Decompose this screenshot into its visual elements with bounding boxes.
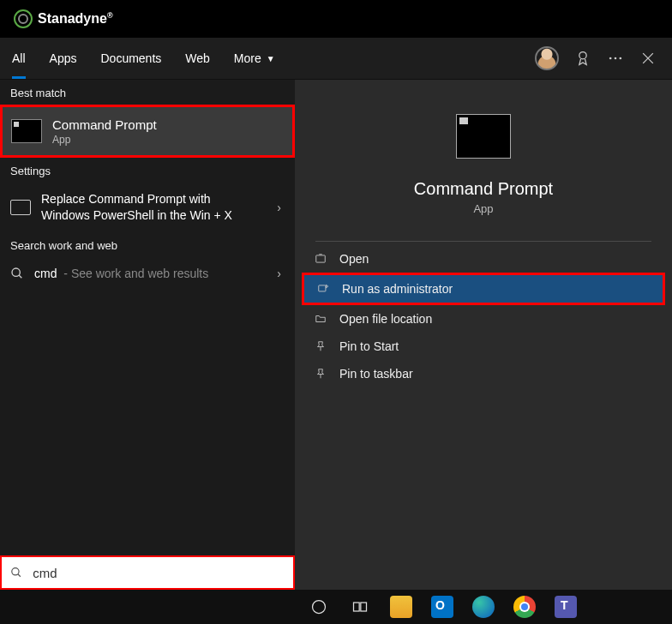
action-pin-to-start[interactable]: Pin to Start	[295, 333, 672, 360]
chevron-right-icon: ›	[277, 201, 281, 214]
action-pin-to-start-label: Pin to Start	[339, 339, 399, 353]
best-match-result[interactable]: Command Prompt App	[0, 105, 295, 158]
action-run-as-administrator-label: Run as administrator	[342, 282, 453, 296]
edge-icon[interactable]	[466, 590, 501, 624]
pin-icon	[314, 340, 327, 352]
svg-rect-6	[319, 285, 326, 291]
user-avatar[interactable]	[535, 46, 559, 70]
filter-tab-all[interactable]: All	[0, 38, 38, 79]
web-result-query: cmd	[34, 267, 57, 280]
file-explorer-icon[interactable]	[384, 590, 418, 624]
svg-point-0	[579, 52, 586, 59]
best-match-header: Best match	[0, 80, 295, 105]
action-open-label: Open	[339, 252, 369, 266]
chevron-right-icon: ›	[277, 267, 281, 280]
brand-logo-icon	[14, 9, 33, 28]
best-match-subtitle: App	[52, 134, 157, 146]
detail-column: Command Prompt App Open Run as administr…	[295, 80, 672, 591]
brand-name: Stanadyne®	[38, 11, 113, 27]
filter-tab-more-label: More	[234, 51, 261, 65]
svg-rect-5	[316, 255, 326, 262]
web-result-suffix: - See work and web results	[63, 267, 208, 280]
teams-icon[interactable]: T	[549, 590, 583, 624]
results-column: Best match Command Prompt App Settings R…	[0, 80, 295, 591]
settings-header: Settings	[0, 158, 295, 183]
filter-row: All Apps Documents Web More ▼	[0, 38, 672, 80]
open-icon	[314, 253, 327, 265]
brand-trademark: ®	[107, 11, 113, 20]
action-pin-to-taskbar[interactable]: Pin to taskbar	[295, 360, 672, 387]
search-icon	[10, 566, 22, 579]
detail-separator	[315, 241, 651, 242]
search-icon	[10, 267, 24, 280]
detail-header: Command Prompt App	[295, 80, 672, 231]
pin-icon	[314, 368, 327, 380]
search-bar[interactable]	[0, 555, 295, 590]
svg-point-8	[313, 601, 326, 614]
folder-icon	[314, 313, 327, 325]
more-options-icon[interactable]	[607, 50, 624, 67]
cortana-button[interactable]	[302, 590, 336, 624]
command-prompt-large-icon	[456, 114, 511, 159]
svg-point-2	[615, 57, 617, 60]
brand-bar: Stanadyne®	[0, 0, 672, 38]
best-match-title: Command Prompt	[52, 117, 157, 132]
svg-rect-10	[361, 603, 367, 611]
taskbar: O T	[0, 590, 672, 624]
svg-point-1	[609, 57, 612, 60]
search-web-header: Search work and web	[0, 232, 295, 257]
action-pin-to-taskbar-label: Pin to taskbar	[339, 367, 413, 381]
filter-tab-web[interactable]: Web	[173, 38, 222, 79]
web-result[interactable]: cmd - See work and web results ›	[0, 257, 295, 291]
filter-icons	[535, 46, 663, 70]
web-result-text: cmd - See work and web results	[34, 266, 208, 282]
detail-subtitle: App	[473, 202, 493, 215]
command-prompt-icon	[11, 119, 42, 143]
action-open-file-location-label: Open file location	[339, 312, 432, 326]
settings-result-text: Replace Command Prompt with Windows Powe…	[41, 191, 255, 224]
chrome-icon[interactable]	[507, 590, 542, 624]
svg-rect-9	[354, 603, 360, 611]
action-run-as-administrator[interactable]: Run as administrator	[302, 273, 665, 305]
filter-tab-more[interactable]: More ▼	[222, 38, 287, 79]
shield-icon	[316, 283, 330, 295]
task-view-button[interactable]	[343, 590, 377, 624]
filter-tab-documents[interactable]: Documents	[88, 38, 173, 79]
search-input[interactable]	[31, 565, 293, 581]
brand-logo: Stanadyne®	[14, 9, 113, 28]
settings-result[interactable]: Replace Command Prompt with Windows Powe…	[0, 183, 295, 232]
reward-icon[interactable]	[574, 50, 591, 67]
detail-title: Command Prompt	[414, 179, 553, 199]
action-open-file-location[interactable]: Open file location	[295, 305, 672, 333]
brand-name-text: Stanadyne	[38, 11, 107, 26]
chevron-down-icon: ▼	[267, 54, 275, 63]
svg-point-7	[12, 568, 19, 575]
action-open[interactable]: Open	[295, 245, 672, 273]
close-icon[interactable]	[639, 50, 657, 67]
settings-display-icon	[10, 200, 31, 215]
outlook-icon[interactable]: O	[425, 590, 459, 624]
svg-point-3	[620, 57, 622, 60]
filter-tab-apps[interactable]: Apps	[38, 38, 89, 79]
svg-point-4	[12, 268, 20, 276]
